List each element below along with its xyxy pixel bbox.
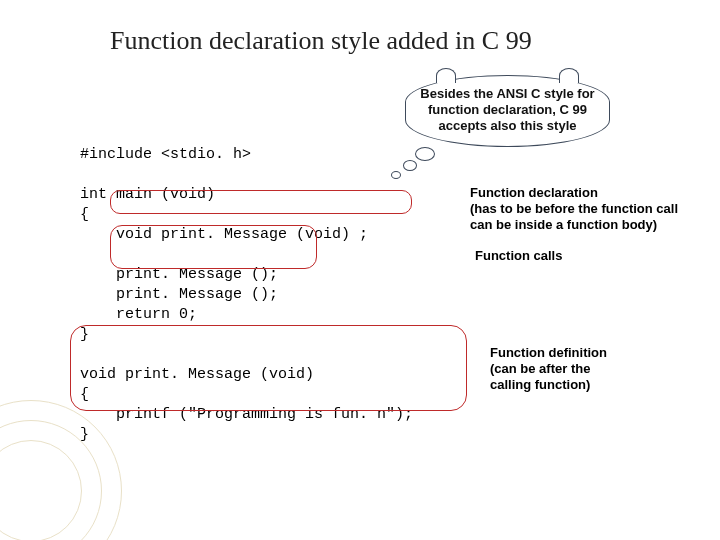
highlight-definition [70, 325, 467, 411]
highlight-declaration [110, 190, 412, 214]
annotation-declaration: Function declaration(has to be before th… [470, 185, 720, 233]
page-title: Function declaration style added in C 99 [110, 26, 532, 56]
thought-bubble: Besides the ANSI C style for function de… [405, 75, 610, 147]
annotation-definition: Function definition(can be after thecall… [490, 345, 710, 393]
annotation-calls: Function calls [475, 248, 675, 264]
highlight-calls [110, 225, 317, 269]
slide: Function declaration style added in C 99… [0, 0, 720, 540]
bubble-text: Besides the ANSI C style for function de… [405, 75, 610, 147]
